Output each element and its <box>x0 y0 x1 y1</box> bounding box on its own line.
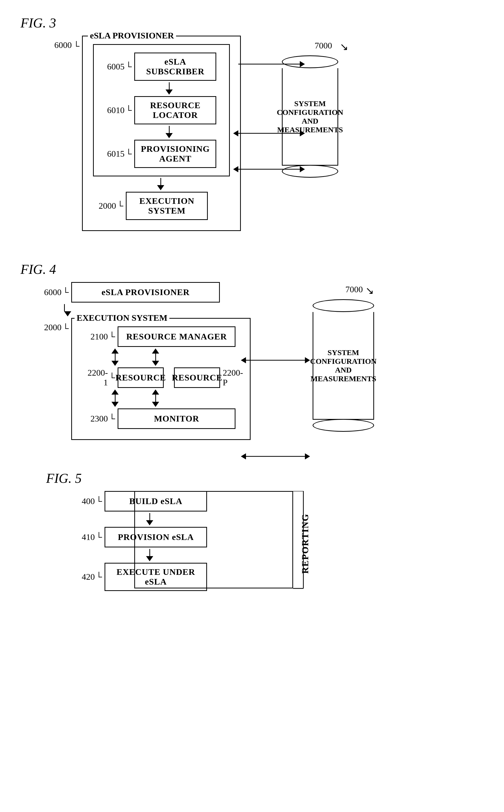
database-cylinder-fig4: SYSTEM CONFIGURATION AND MEASUREMENTS <box>313 299 374 432</box>
resource2-box: RESOURCE <box>174 367 220 388</box>
fig3-provisioner-label: eSLA PROVISIONER <box>88 31 176 40</box>
ref-6015: 6015 <box>107 149 125 158</box>
reporting-label: REPORTING <box>300 514 311 574</box>
esla-subscriber-box: eSLA SUBSCRIBER <box>134 53 216 81</box>
svg-marker-12 <box>305 453 310 460</box>
figure-4: FIG. 4 6000 └ eSLA PROVISIONER <box>20 262 484 440</box>
ref-7000-fig4: 7000 <box>345 284 363 294</box>
ref-2300: 2300 <box>90 414 108 423</box>
execution-system-box-fig3: EXECUTION SYSTEM <box>126 192 208 220</box>
figure-3: FIG. 3 6000 └ eSLA PROVISIONER <box>20 15 484 231</box>
database-cylinder-fig3: SYSTEM CONFIGURATION AND MEASUREMENTS <box>282 55 338 178</box>
build-esla-box: BUILD eSLA <box>105 491 207 512</box>
ref-6000-fig4: 6000 <box>44 287 61 297</box>
resource-manager-box: RESOURCE MANAGER <box>118 326 235 347</box>
svg-marker-13 <box>241 453 246 460</box>
monitor-box: MONITOR <box>118 409 235 429</box>
figure-5: FIG. 5 400 └ BUILD eSLA <box>20 471 484 591</box>
ref-6010: 6010 <box>107 105 125 115</box>
ref-2000-fig3: 2000 <box>99 201 116 210</box>
fig4-execution-system-label: EXECUTION SYSTEM <box>75 313 169 323</box>
ref-420: 420 <box>82 572 95 582</box>
ref-410: 410 <box>82 532 95 542</box>
fig3-label: FIG. 3 <box>20 15 484 30</box>
fig5-label: FIG. 5 <box>46 471 484 486</box>
provision-esla-box: PROVISION eSLA <box>105 527 207 548</box>
resource-locator-box: RESOURCE LOCATOR <box>134 96 216 124</box>
provisioning-agent-box: PROVISIONING AGENT <box>134 140 216 168</box>
ref-7000-fig3: 7000 <box>315 41 332 50</box>
svg-marker-9 <box>305 357 310 363</box>
fig4-label: FIG. 4 <box>20 262 484 277</box>
esla-provisioner-box-fig4: eSLA PROVISIONER <box>71 282 220 302</box>
ref-400: 400 <box>82 497 95 506</box>
ref-2200-1: 2200-1 <box>88 368 108 387</box>
ref-2200-p: 2200-P <box>223 368 243 387</box>
ref-6005: 6005 <box>107 62 125 71</box>
ref-2000-fig4: 2000 <box>44 322 61 332</box>
resource1-box: RESOURCE <box>118 367 164 388</box>
execute-esla-box: EXECUTE UNDER eSLA <box>105 563 207 591</box>
ref-2100: 2100 <box>90 332 108 341</box>
ref-6000-fig3: 6000 <box>54 40 72 50</box>
